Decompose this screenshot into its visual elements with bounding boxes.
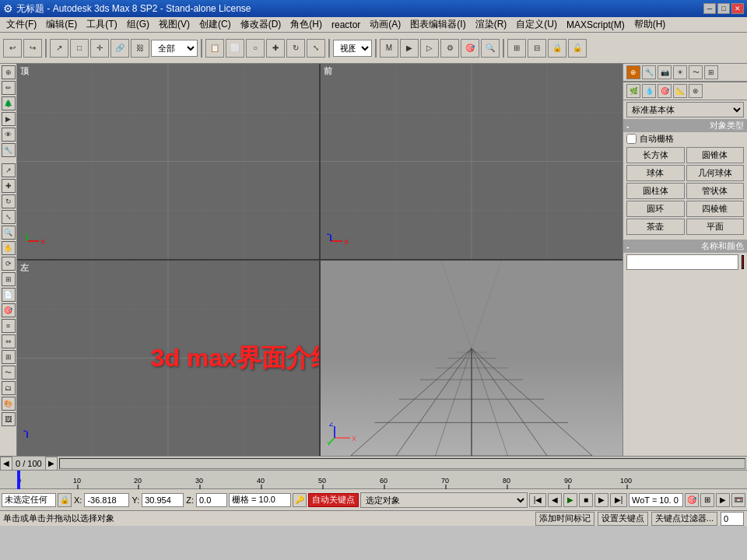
rp-create-icon[interactable]: ⊕ bbox=[626, 65, 640, 79]
display-tab[interactable]: 👁 bbox=[2, 128, 16, 142]
menu-render[interactable]: 渲染(R) bbox=[471, 17, 512, 33]
track-slider[interactable] bbox=[59, 458, 745, 469]
menu-file[interactable]: 文件(F) bbox=[2, 17, 41, 33]
mirror-tool[interactable]: ⇔ bbox=[2, 334, 16, 348]
schematic-view-tool[interactable]: 🗂 bbox=[2, 381, 16, 395]
menu-modifiers[interactable]: 修改器(D) bbox=[236, 17, 286, 33]
rp-icon-5[interactable]: 〜 bbox=[689, 65, 703, 79]
close-button[interactable]: ✕ bbox=[731, 3, 744, 14]
unlink-button[interactable]: ⛓ bbox=[131, 39, 149, 58]
x-value-field[interactable]: -36.818 bbox=[84, 493, 129, 507]
menu-group[interactable]: 组(G) bbox=[122, 17, 154, 33]
rp-btn-cylinder[interactable]: 圆柱体 bbox=[626, 183, 685, 199]
track-scroll-right[interactable]: ▶ bbox=[45, 457, 58, 471]
view-dropdown[interactable]: 视图 bbox=[333, 40, 372, 57]
rp-btn-tube[interactable]: 管状体 bbox=[686, 183, 745, 199]
menu-edit[interactable]: 编辑(E) bbox=[41, 17, 82, 33]
select-object-button[interactable]: ↗ bbox=[50, 39, 68, 58]
hierarchy-tab[interactable]: 🌲 bbox=[2, 96, 16, 110]
link-button[interactable]: 🔗 bbox=[110, 39, 129, 58]
menu-animation[interactable]: 动画(A) bbox=[365, 17, 405, 33]
toolbar-btn-12[interactable]: ⊟ bbox=[528, 39, 546, 58]
rp-auto-grid-checkbox[interactable] bbox=[626, 134, 637, 144]
utilities-tab[interactable]: 🔧 bbox=[2, 143, 16, 157]
move-button[interactable]: ✚ bbox=[266, 39, 285, 58]
arc-rotate-tool[interactable]: ⟳ bbox=[2, 257, 16, 271]
align-tool[interactable]: ≡ bbox=[2, 319, 16, 333]
rp-icon-4[interactable]: ☀ bbox=[673, 65, 687, 79]
lock-icon[interactable]: 🔒 bbox=[58, 493, 72, 507]
rp-icon-11[interactable]: ⊗ bbox=[689, 84, 703, 98]
next-key-btn[interactable]: ▶ bbox=[594, 493, 608, 507]
frame-field[interactable]: 0 bbox=[721, 512, 744, 526]
scale-tool[interactable]: ⤡ bbox=[2, 210, 16, 224]
menu-character[interactable]: 角色(H) bbox=[286, 17, 327, 33]
quick-render-button[interactable]: ▷ bbox=[420, 39, 439, 58]
rp-btn-pyramid[interactable]: 四棱锥 bbox=[686, 201, 745, 217]
prev-key-btn[interactable]: ◀ bbox=[548, 493, 562, 507]
viewport-left[interactable]: 左 3d max界面介绍 bbox=[17, 261, 319, 456]
rp-btn-teapot[interactable]: 茶壶 bbox=[626, 219, 685, 235]
viewport-top[interactable]: 顶 bbox=[17, 64, 319, 259]
pan-tool[interactable]: ✋ bbox=[2, 241, 16, 255]
viewport-front[interactable]: 前 X bbox=[321, 64, 622, 259]
rp-btn-cone[interactable]: 圆锥体 bbox=[686, 147, 745, 163]
toolbar-btn-14[interactable]: 🔓 bbox=[568, 39, 587, 58]
array-tool[interactable]: ⊞ bbox=[2, 350, 16, 364]
curve-editor-tool[interactable]: 〜 bbox=[2, 366, 16, 380]
rp-btn-plane[interactable]: 平面 bbox=[686, 219, 745, 235]
rp-icon-8[interactable]: 💧 bbox=[642, 84, 656, 98]
zoom-tool[interactable]: 🔍 bbox=[2, 226, 16, 240]
rp-object-type-dropdown[interactable]: 标准基本体 bbox=[626, 102, 744, 117]
toolbar-btn-10[interactable]: 🔍 bbox=[481, 39, 500, 58]
render-button[interactable]: ▶ bbox=[400, 39, 419, 58]
snap-icon[interactable]: 🎯 bbox=[685, 493, 699, 507]
motion-tab[interactable]: ▶ bbox=[2, 112, 16, 126]
undo-button[interactable]: ↩ bbox=[3, 39, 22, 58]
material-editor-button[interactable]: M bbox=[380, 39, 398, 58]
create-tab[interactable]: ⊕ bbox=[2, 65, 16, 79]
menu-customize[interactable]: 自定义(U) bbox=[511, 17, 562, 33]
rp-icon-9[interactable]: 🎯 bbox=[658, 84, 672, 98]
move-tool[interactable]: ✚ bbox=[2, 179, 16, 193]
toolbar-btn-8[interactable]: ⚙ bbox=[440, 39, 459, 58]
toolbar-btn-9[interactable]: 🎯 bbox=[461, 39, 479, 58]
viewport-icon[interactable]: ⊞ bbox=[700, 493, 714, 507]
menu-view[interactable]: 视图(V) bbox=[154, 17, 195, 33]
rp-btn-box[interactable]: 长方体 bbox=[626, 147, 685, 163]
key-icon[interactable]: 🔑 bbox=[293, 493, 307, 507]
rp-icon-7[interactable]: 🌿 bbox=[626, 84, 640, 98]
playhead[interactable] bbox=[17, 471, 20, 489]
auto-key-button[interactable]: 自动关键点 bbox=[308, 493, 359, 507]
select-by-name-button[interactable]: 📋 bbox=[205, 39, 224, 58]
track-scroll-left[interactable]: ◀ bbox=[0, 457, 12, 471]
rp-section-name-header[interactable]: - 名称和颜色 bbox=[623, 240, 747, 253]
maximize-viewport-tool[interactable]: ⊞ bbox=[2, 272, 16, 286]
y-value-field[interactable]: 30.954 bbox=[142, 493, 184, 507]
rp-btn-torus[interactable]: 圆环 bbox=[626, 201, 685, 217]
rotate-button[interactable]: ↻ bbox=[286, 39, 305, 58]
layer-tool[interactable]: 📄 bbox=[2, 288, 16, 302]
menu-help[interactable]: 帮助(H) bbox=[630, 17, 671, 33]
menu-graph-editor[interactable]: 图表编辑器(I) bbox=[405, 17, 470, 33]
rectangle-select-button[interactable]: ⬜ bbox=[226, 39, 244, 58]
snaps-tool[interactable]: 🎯 bbox=[2, 303, 16, 317]
select-obj-dropdown[interactable]: 选定对象 bbox=[360, 492, 528, 508]
menu-reactor[interactable]: reactor bbox=[327, 17, 365, 33]
rp-icon-6[interactable]: ⊞ bbox=[704, 65, 718, 79]
rotate-tool[interactable]: ↻ bbox=[2, 194, 16, 208]
rp-btn-sphere[interactable]: 球体 bbox=[626, 165, 685, 181]
render-scene-tool[interactable]: 🖼 bbox=[2, 412, 16, 426]
maximize-button[interactable]: □ bbox=[717, 3, 730, 14]
select-move-button[interactable]: ✛ bbox=[90, 39, 109, 58]
minimize-button[interactable]: ─ bbox=[703, 3, 716, 14]
add-time-mark-button[interactable]: 添加时间标记 bbox=[535, 512, 594, 526]
rp-icon-3[interactable]: 📷 bbox=[658, 65, 672, 79]
next-frame-btn[interactable]: ▶| bbox=[610, 493, 627, 507]
rp-color-swatch[interactable] bbox=[742, 255, 744, 269]
menu-maxscript[interactable]: MAXScript(M) bbox=[562, 17, 630, 33]
prev-frame-btn[interactable]: |◀ bbox=[529, 493, 546, 507]
rp-name-input[interactable] bbox=[626, 254, 738, 270]
rp-section-objects-header[interactable]: - 对象类型 bbox=[623, 119, 747, 132]
key-filter-button[interactable]: 关键点过滤器... bbox=[651, 512, 717, 526]
